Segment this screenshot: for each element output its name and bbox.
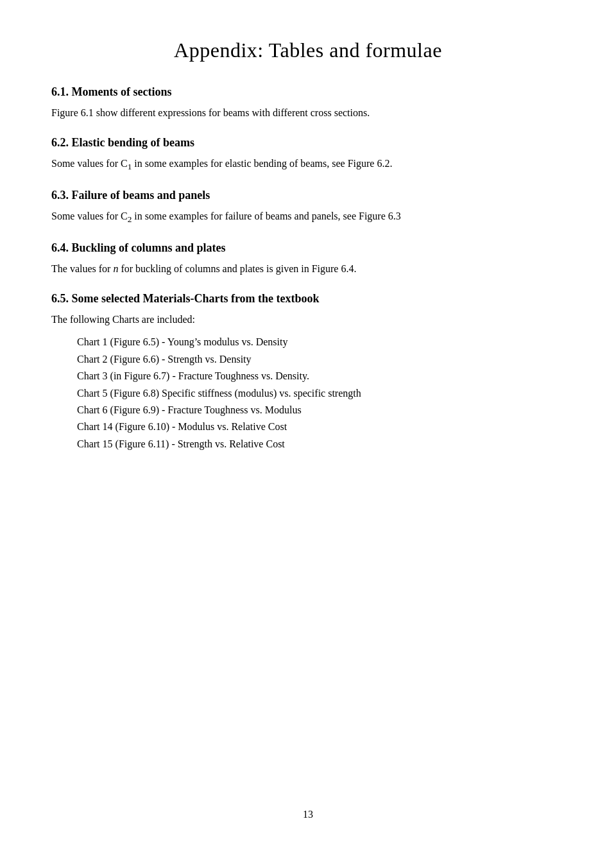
section-6-4: 6.4. Buckling of columns and plates The … — [51, 241, 565, 277]
section-6-1-body: Figure 6.1 show different expressions fo… — [51, 105, 565, 121]
chart-item-1: Chart 1 (Figure 6.5) - Young’s modulus v… — [77, 334, 565, 350]
chart-item-14: Chart 14 (Figure 6.10) - Modulus vs. Rel… — [77, 419, 565, 435]
chart-item-6: Chart 6 (Figure 6.9) - Fracture Toughnes… — [77, 402, 565, 419]
section-6-3-heading: 6.3. Failure of beams and panels — [51, 189, 565, 202]
page-title: Appendix: Tables and formulae — [51, 39, 565, 62]
italic-n: n — [113, 263, 118, 274]
section-6-4-heading: 6.4. Buckling of columns and plates — [51, 241, 565, 255]
chart-item-3: Chart 3 (in Figure 6.7) - Fracture Tough… — [77, 368, 565, 384]
chart-item-2: Chart 2 (Figure 6.6) - Strength vs. Dens… — [77, 351, 565, 368]
section-6-1-heading: 6.1. Moments of sections — [51, 85, 565, 99]
section-6-3-body: Some values for C2 in some examples for … — [51, 209, 565, 226]
charts-list: Chart 1 (Figure 6.5) - Young’s modulus v… — [77, 334, 565, 453]
chart-item-5: Chart 5 (Figure 6.8) Specific stiffness … — [77, 385, 565, 402]
section-6-4-body: The values for n for buckling of columns… — [51, 261, 565, 277]
section-6-5-heading: 6.5. Some selected Materials-Charts from… — [51, 292, 565, 306]
section-6-3: 6.3. Failure of beams and panels Some va… — [51, 189, 565, 226]
section-6-1: 6.1. Moments of sections Figure 6.1 show… — [51, 85, 565, 121]
section-6-2: 6.2. Elastic bending of beams Some value… — [51, 136, 565, 173]
section-6-2-heading: 6.2. Elastic bending of beams — [51, 136, 565, 150]
page-number: 13 — [303, 809, 313, 820]
section-6-5-intro: The following Charts are included: — [51, 312, 565, 327]
page: Appendix: Tables and formulae 6.1. Momen… — [0, 0, 616, 846]
chart-item-15: Chart 15 (Figure 6.11) - Strength vs. Re… — [77, 436, 565, 453]
subscript-1: 1 — [128, 162, 132, 171]
section-6-2-body: Some values for C1 in some examples for … — [51, 156, 565, 173]
section-6-5: 6.5. Some selected Materials-Charts from… — [51, 292, 565, 453]
subscript-2: 2 — [128, 214, 132, 224]
